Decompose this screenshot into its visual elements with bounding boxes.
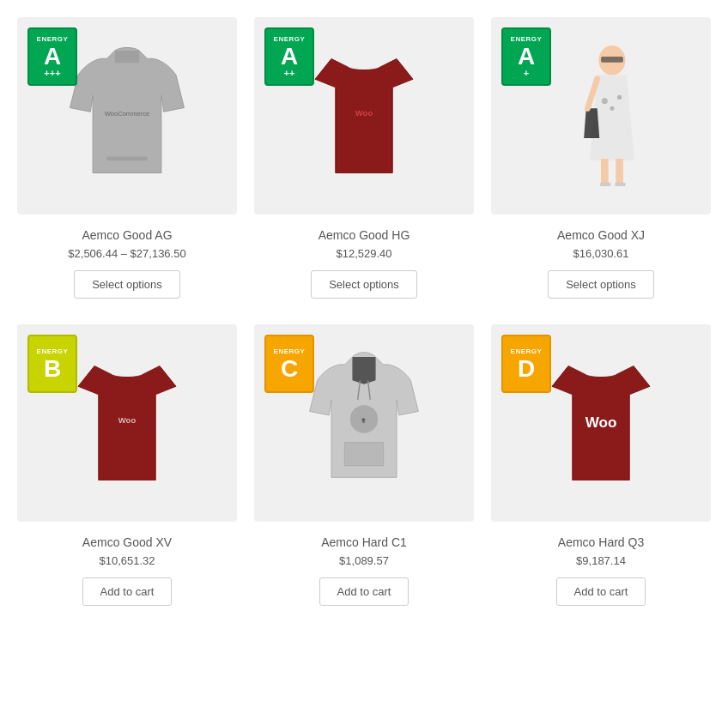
badge-plus: ++ xyxy=(284,69,295,78)
badge-letter: D xyxy=(518,357,535,381)
product-grid: EnergyA+++ WooCommerce Aemco Good AG$2,5… xyxy=(17,17,711,606)
select-options-button-xj[interactable]: Select options xyxy=(548,270,654,299)
product-price-c1: $1,089.57 xyxy=(339,554,389,567)
product-name-xj: Aemco Good XJ xyxy=(557,228,645,242)
svg-rect-8 xyxy=(601,159,609,184)
badge-letter: C xyxy=(281,357,298,381)
badge-energy-label: Energy xyxy=(511,347,543,355)
badge-energy-label: Energy xyxy=(274,347,306,355)
badge-plus: +++ xyxy=(44,69,60,78)
product-name-c1: Aemco Hard C1 xyxy=(321,535,407,549)
product-card-xj: EnergyA+ Aemco Good XJ$16,030.61Select o… xyxy=(491,17,711,299)
energy-badge-c1: EnergyC xyxy=(264,335,314,393)
badge-letter: A xyxy=(44,45,61,69)
badge-energy-label: Energy xyxy=(511,35,543,43)
badge-energy-label: Energy xyxy=(37,347,69,355)
product-price-ag: $2,506.44 – $27,136.50 xyxy=(68,247,185,260)
product-name-ag: Aemco Good AG xyxy=(82,228,172,242)
svg-point-5 xyxy=(602,98,608,104)
product-price-xj: $16,030.61 xyxy=(573,247,628,260)
energy-badge-xv: EnergyB xyxy=(27,335,77,393)
product-price-xv: $10,651.32 xyxy=(99,554,155,567)
product-image-q3: EnergyD Woo xyxy=(491,324,711,522)
badge-energy-label: Energy xyxy=(37,35,69,43)
svg-text:Woo: Woo xyxy=(118,415,136,425)
svg-point-6 xyxy=(610,106,614,111)
energy-badge-hg: EnergyA++ xyxy=(264,27,314,86)
svg-text:Woo: Woo xyxy=(585,414,617,431)
product-name-hg: Aemco Good HG xyxy=(318,228,410,242)
add-to-cart-button-c1[interactable]: Add to cart xyxy=(319,577,410,606)
svg-text:WooCommerce: WooCommerce xyxy=(105,110,150,118)
badge-letter: B xyxy=(44,357,61,381)
svg-rect-4 xyxy=(601,57,623,63)
badge-letter: A xyxy=(518,45,535,69)
svg-rect-10 xyxy=(600,183,610,186)
energy-badge-q3: EnergyD xyxy=(501,335,551,393)
svg-point-7 xyxy=(617,95,622,100)
badge-energy-label: Energy xyxy=(274,35,306,43)
product-image-c1: EnergyC ✟ xyxy=(254,324,474,522)
product-image-hg: EnergyA++ Woo xyxy=(254,17,474,215)
svg-rect-9 xyxy=(616,159,623,184)
select-options-button-hg[interactable]: Select options xyxy=(311,270,417,299)
svg-text:Woo: Woo xyxy=(355,108,373,118)
product-name-q3: Aemco Hard Q3 xyxy=(558,535,644,549)
product-card-xv: EnergyB Woo Aemco Good XV$10,651.32Add t… xyxy=(17,324,237,606)
product-name-xv: Aemco Good XV xyxy=(82,535,172,549)
product-image-xj: EnergyA+ xyxy=(491,17,711,215)
add-to-cart-button-q3[interactable]: Add to cart xyxy=(556,577,646,606)
badge-letter: A xyxy=(281,45,298,69)
product-card-hg: EnergyA++ Woo Aemco Good HG$12,529.40Sel… xyxy=(254,17,474,299)
product-image-xv: EnergyB Woo xyxy=(17,324,237,522)
product-price-hg: $12,529.40 xyxy=(336,247,391,260)
product-price-q3: $9,187.14 xyxy=(576,554,626,567)
svg-rect-11 xyxy=(615,183,625,186)
badge-plus: + xyxy=(524,69,529,78)
product-card-q3: EnergyD Woo Aemco Hard Q3$9,187.14Add to… xyxy=(491,324,711,606)
energy-badge-ag: EnergyA+++ xyxy=(27,27,77,86)
select-options-button-ag[interactable]: Select options xyxy=(74,270,180,299)
add-to-cart-button-xv[interactable]: Add to cart xyxy=(82,577,173,606)
svg-text:✟: ✟ xyxy=(361,417,367,425)
product-card-c1: EnergyC ✟ Aemco Hard C1$1,089.57Add to c… xyxy=(254,324,474,606)
energy-badge-xj: EnergyA+ xyxy=(501,27,551,86)
product-card-ag: EnergyA+++ WooCommerce Aemco Good AG$2,5… xyxy=(17,17,237,299)
svg-rect-0 xyxy=(106,157,148,161)
product-image-ag: EnergyA+++ WooCommerce xyxy=(17,17,237,215)
